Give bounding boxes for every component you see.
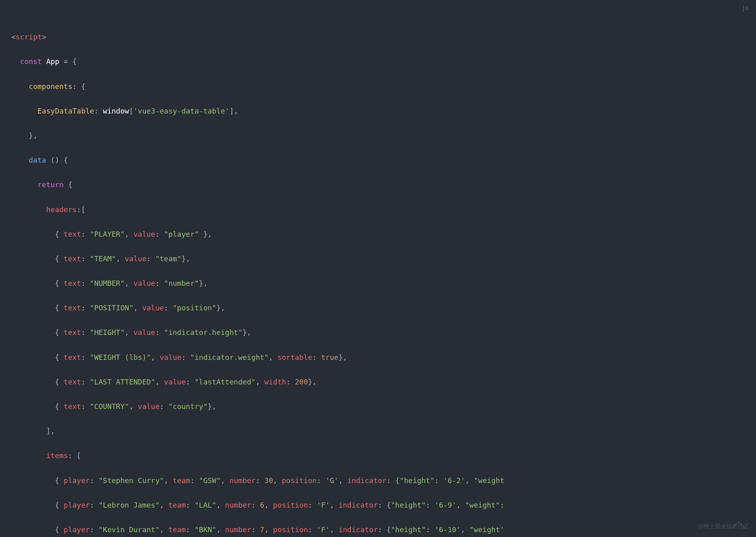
code-line: items: [ xyxy=(11,450,745,462)
code-line: const App = { xyxy=(11,56,745,68)
code-line: }, xyxy=(11,130,745,142)
code-line: { text: "PLAYER", value: "player" }, xyxy=(11,228,745,241)
code-line: { text: "TEAM", value: "team"}, xyxy=(11,253,745,265)
code-line: { player: "Lebron James", team: "LAL", n… xyxy=(11,499,745,512)
code-line: <script> xyxy=(11,31,745,43)
code-line: { text: "HEIGHT", value: "indicator.heig… xyxy=(11,326,745,339)
code-line: data () { xyxy=(11,154,745,167)
code-line: { text: "LAST ATTENDED", value: "lastAtt… xyxy=(11,376,745,388)
code-line: ], xyxy=(11,425,745,438)
code-line: { text: "NUMBER", value: "number"}, xyxy=(11,277,745,290)
code-line: { text: "WEIGHT (lbs)", value: "indicato… xyxy=(11,351,745,364)
language-label: js xyxy=(742,3,749,14)
code-line: { player: "Stephen Curry", team: "GSW", … xyxy=(11,475,745,487)
code-line: EasyDataTable: window['vue3-easy-data-ta… xyxy=(11,105,745,118)
code-line: return { xyxy=(11,179,745,191)
code-line: { text: "POSITION", value: "position"}, xyxy=(11,302,745,314)
code-line: { text: "COUNTRY", value: "country"}, xyxy=(11,401,745,413)
watermark-text: @稀土掘金技术社区 xyxy=(698,522,749,531)
code-line: components: { xyxy=(11,81,745,93)
code-line: { player: "Kevin Durant", team: "BKN", n… xyxy=(11,524,745,536)
code-line: headers:[ xyxy=(11,204,745,216)
code-block: js <script> const App = { components: { … xyxy=(0,0,756,537)
